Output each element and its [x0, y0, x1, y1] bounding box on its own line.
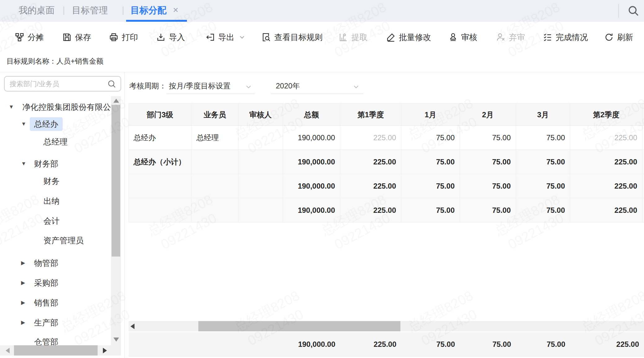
export-button[interactable]: 导出: [205, 22, 246, 53]
table-cell[interactable]: [238, 174, 283, 198]
tree-item[interactable]: 仓管部: [30, 335, 63, 345]
table-hscroll-thumb[interactable]: [198, 321, 400, 331]
table-cell[interactable]: 75.00: [516, 150, 570, 174]
table-cell[interactable]: 225.00: [570, 126, 642, 150]
tree-item[interactable]: 物管部: [30, 256, 63, 270]
tree-item[interactable]: 总经理: [39, 135, 72, 149]
tree-item-label[interactable]: 会计: [39, 214, 64, 228]
batch-edit-button[interactable]: 批量修改: [386, 22, 431, 53]
table-cell[interactable]: 75.00: [401, 150, 460, 174]
year-select[interactable]: 2020年: [271, 75, 364, 94]
tree-item[interactable]: 财务: [39, 174, 64, 188]
table-cell[interactable]: [129, 198, 192, 222]
table-cell[interactable]: 75.00: [460, 174, 516, 198]
view-target-rules-button[interactable]: 查看目标规则: [262, 22, 323, 53]
save-button[interactable]: 保存: [62, 22, 91, 53]
tree-collapse-icon[interactable]: ▼: [21, 157, 26, 171]
table-cell[interactable]: 75.00: [460, 150, 516, 174]
tree-item-label[interactable]: 仓管部: [30, 335, 63, 345]
tree-expand-icon[interactable]: ▶: [21, 276, 25, 290]
table-horizontal-scrollbar[interactable]: [129, 321, 644, 331]
sidebar-horizontal-scrollbar[interactable]: [0, 345, 121, 356]
search-icon[interactable]: [107, 79, 117, 90]
scroll-up-icon[interactable]: [113, 99, 119, 103]
sidebar-vertical-scrollbar[interactable]: [111, 96, 121, 345]
tree-item[interactable]: 资产管理员: [39, 234, 88, 247]
period-type-select[interactable]: 按月/季度目标设置: [166, 75, 255, 94]
table-cell[interactable]: 75.00: [516, 198, 570, 222]
tree-item[interactable]: 净化控股集团股份有限公司: [18, 100, 111, 114]
department-search-box[interactable]: [4, 76, 121, 92]
scroll-left-icon[interactable]: [6, 348, 10, 353]
tree-item[interactable]: 出纳: [39, 194, 64, 208]
tree-item[interactable]: 采购部: [30, 276, 63, 290]
table-cell[interactable]: 75.00: [401, 126, 460, 150]
chevron-down-icon[interactable]: [352, 83, 360, 91]
tree-expand-icon[interactable]: ▶: [21, 316, 25, 329]
tree-item[interactable]: 生产部: [30, 316, 63, 329]
tree-expand-icon[interactable]: ▶: [21, 296, 25, 310]
tree-item[interactable]: 会计: [39, 214, 64, 228]
allocate-button[interactable]: 分摊: [15, 22, 44, 53]
tree-item-label[interactable]: 财务: [39, 174, 64, 188]
chevron-down-icon[interactable]: [238, 34, 246, 41]
tree-collapse-icon[interactable]: ▼: [21, 117, 26, 131]
table-cell[interactable]: 225.00: [340, 198, 401, 222]
table-cell[interactable]: 75.00: [401, 174, 460, 198]
completion-status-button[interactable]: 完成情况: [543, 22, 588, 53]
table-cell[interactable]: 总经理: [192, 126, 238, 150]
audit-button[interactable]: 审核: [448, 22, 477, 53]
tab-target-management[interactable]: 目标管理: [72, 0, 108, 20]
scroll-left-icon[interactable]: [130, 324, 135, 329]
chevron-down-icon[interactable]: [245, 83, 253, 91]
tree-item[interactable]: 销售部: [30, 296, 63, 310]
table-cell[interactable]: 总经办: [129, 126, 192, 150]
table-cell[interactable]: 225.00: [340, 150, 401, 174]
tree-item-label[interactable]: 采购部: [30, 276, 63, 290]
table-cell[interactable]: [192, 150, 238, 174]
tree-item-label[interactable]: 生产部: [30, 316, 63, 329]
search-input[interactable]: [9, 78, 103, 90]
tree-item-label[interactable]: 总经理: [39, 135, 72, 149]
tree-item-label[interactable]: 销售部: [30, 296, 63, 310]
table-cell[interactable]: 190,000.00: [283, 126, 340, 150]
tree-item-label[interactable]: 出纳: [39, 194, 64, 208]
table-cell[interactable]: [238, 126, 283, 150]
tree-item[interactable]: 总经办: [30, 117, 63, 131]
table-cell[interactable]: [238, 150, 283, 174]
unaudit-button[interactable]: 弃审: [496, 22, 525, 53]
table-cell[interactable]: 225.00: [570, 198, 642, 222]
table-cell[interactable]: 190,000.00: [283, 150, 340, 174]
import-button[interactable]: 导入: [156, 22, 185, 53]
tree-expand-icon[interactable]: ▶: [21, 256, 25, 270]
print-button[interactable]: 打印: [109, 22, 138, 53]
tree-item-label[interactable]: 财务部: [30, 157, 63, 171]
table-cell[interactable]: [129, 174, 192, 198]
table-cell[interactable]: 总经办（小计）: [129, 150, 192, 174]
tree-item-label[interactable]: 物管部: [30, 256, 63, 270]
table-cell[interactable]: 190,000.00: [283, 174, 340, 198]
table-cell[interactable]: 75.00: [460, 126, 516, 150]
tab-my-desktop[interactable]: 我的桌面: [19, 0, 55, 20]
table-cell[interactable]: 190,000.00: [283, 198, 340, 222]
table-cell[interactable]: [238, 198, 283, 222]
scroll-right-icon[interactable]: [103, 348, 107, 353]
tree-item-label[interactable]: 资产管理员: [39, 234, 88, 247]
tree-item-label-selected[interactable]: 总经办: [30, 117, 63, 131]
table-cell[interactable]: [192, 174, 238, 198]
sidebar-vscroll-thumb[interactable]: [112, 105, 120, 257]
table-cell[interactable]: 225.00: [340, 174, 401, 198]
table-cell[interactable]: 225.00: [340, 126, 401, 150]
scroll-down-icon[interactable]: [113, 338, 119, 342]
table-cell[interactable]: 75.00: [401, 198, 460, 222]
table-cell[interactable]: 225.00: [570, 150, 642, 174]
table-cell[interactable]: [192, 198, 238, 222]
extract-button[interactable]: 提取: [339, 22, 368, 53]
refresh-button[interactable]: 刷新: [604, 22, 633, 53]
close-icon[interactable]: ×: [173, 0, 179, 20]
search-icon[interactable]: [627, 4, 640, 18]
table-cell[interactable]: 75.00: [460, 198, 516, 222]
sidebar-hscroll-thumb[interactable]: [14, 345, 98, 356]
table-cell[interactable]: 75.00: [516, 174, 570, 198]
table-cell[interactable]: 225.00: [570, 174, 642, 198]
